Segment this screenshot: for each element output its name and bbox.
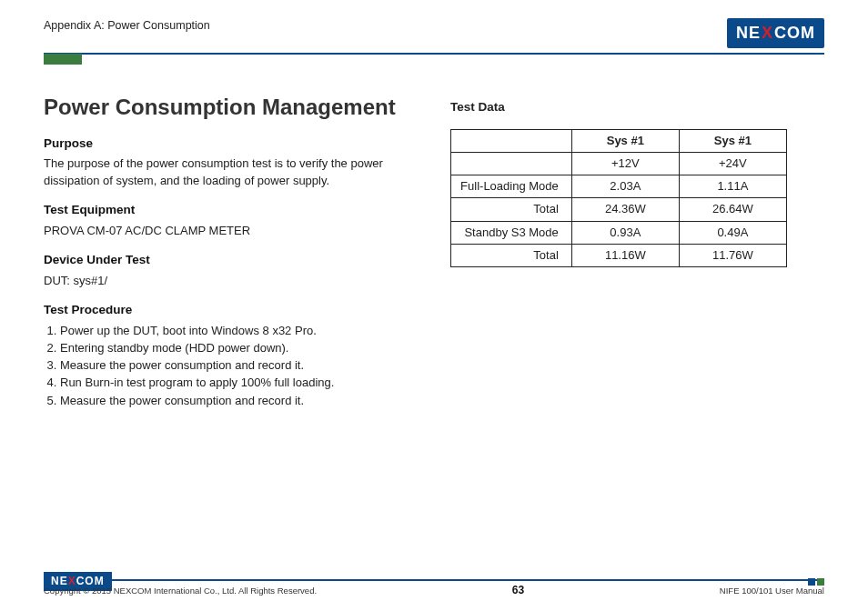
procedure-step: Run Burn-in test program to apply 100% f…	[60, 375, 418, 391]
procedure-heading: Test Procedure	[44, 302, 418, 319]
footer-copyright: Copyright © 2015 NEXCOM International Co…	[44, 585, 317, 596]
testdata-table: Sys #1 Sys #1 +12V +24V Full-Loading Mod…	[450, 129, 787, 267]
table-cell: 26.64W	[679, 198, 786, 221]
table-cell: +24V	[679, 153, 786, 175]
page-number: 63	[512, 583, 524, 598]
table-cell: 0.93A	[571, 221, 679, 244]
table-cell: +12V	[571, 153, 679, 175]
table-cell: 0.49A	[679, 221, 786, 244]
table-cell: 2.03A	[571, 175, 679, 198]
logo-x-icon: X	[762, 22, 773, 45]
dut-heading: Device Under Test	[44, 252, 418, 269]
header-section: Appendix A: Power Consumption	[44, 18, 210, 35]
procedure-step: Power up the DUT, boot into Windows 8 x3…	[60, 323, 418, 339]
footer-manual-name: NIFE 100/101 User Manual	[720, 585, 824, 596]
table-cell: 11.16W	[571, 244, 679, 266]
procedure-list: Power up the DUT, boot into Windows 8 x3…	[44, 323, 418, 409]
testdata-heading: Test Data	[450, 99, 824, 116]
equipment-heading: Test Equipment	[44, 202, 418, 219]
table-cell: Total	[451, 244, 572, 266]
page-title: Power Consumption Management	[44, 92, 418, 123]
purpose-heading: Purpose	[44, 135, 418, 153]
header-rule	[44, 53, 824, 55]
table-cell	[451, 153, 572, 175]
equipment-text: PROVA CM-07 AC/DC CLAMP METER	[44, 223, 418, 239]
purpose-text: The purpose of the power consumption tes…	[44, 155, 418, 188]
section-tab-accent	[44, 54, 82, 65]
dut-text: DUT: sys#1/	[44, 273, 418, 289]
table-cell: Full-Loading Mode	[451, 175, 572, 198]
procedure-step: Measure the power consumption and record…	[60, 357, 418, 374]
table-cell: Total	[451, 198, 572, 221]
table-header: Sys #1	[679, 129, 786, 152]
table-cell: 1.11A	[679, 175, 786, 198]
table-header	[451, 129, 572, 152]
brand-logo: NEXCOM	[727, 18, 824, 48]
table-cell: Standby S3 Mode	[451, 221, 572, 244]
procedure-step: Measure the power consumption and record…	[60, 393, 418, 409]
table-cell: 11.76W	[679, 244, 786, 266]
procedure-step: Entering standby mode (HDD power down).	[60, 340, 418, 356]
table-cell: 24.36W	[571, 198, 679, 221]
table-header: Sys #1	[571, 129, 679, 152]
